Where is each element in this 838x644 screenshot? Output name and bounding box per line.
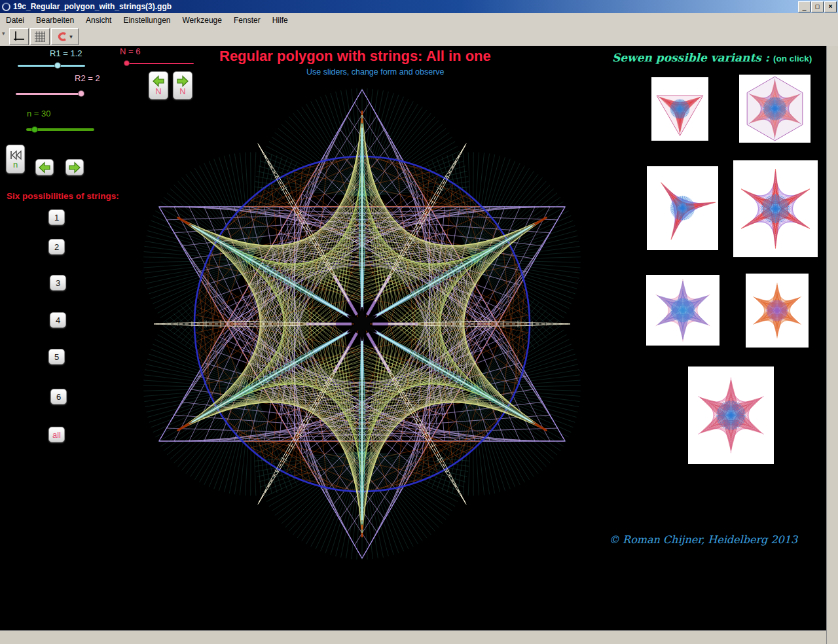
n-reset-label: n: [13, 160, 18, 169]
menu-bar: Datei Bearbeiten Ansicht Einstellungen W…: [0, 13, 838, 28]
slider-r1-thumb[interactable]: [54, 62, 61, 69]
string-button-all[interactable]: all: [48, 427, 65, 442]
variant-thumbnail-7[interactable]: [688, 367, 774, 464]
grid-icon: [34, 31, 46, 43]
big-n-prev-button[interactable]: N: [149, 71, 168, 99]
strings-panel-title: Six possibilities of strings:: [7, 191, 119, 201]
menu-datei[interactable]: Datei: [0, 14, 30, 26]
right-scrollbar[interactable]: [826, 46, 838, 644]
n-reset-button[interactable]: n: [6, 145, 25, 173]
big-n-prev-label: N: [155, 87, 161, 96]
color-tool-button[interactable]: ▾: [51, 28, 79, 45]
bottom-scrollbar[interactable]: [0, 630, 826, 644]
slider-n[interactable]: [26, 128, 94, 131]
page-subtitle: Use sliders, change form and observe: [306, 67, 445, 77]
slider-label-n: n = 30: [27, 109, 51, 118]
dropdown-arrow-icon[interactable]: ▾: [69, 33, 73, 40]
close-button[interactable]: ×: [824, 1, 837, 12]
app-icon: [2, 3, 10, 11]
slider-label-r2: R2 = 2: [75, 73, 100, 83]
arrow-right-icon: [68, 162, 81, 173]
window-title: 19c_Regular_polygon_with_strings(3).ggb: [13, 2, 172, 11]
menu-hilfe[interactable]: Hilfe: [266, 14, 294, 26]
slider-r1[interactable]: [18, 65, 85, 67]
title-bar: 19c_Regular_polygon_with_strings(3).ggb …: [0, 0, 838, 13]
grid-toggle-button[interactable]: [30, 28, 50, 45]
variant-thumbnail-5[interactable]: [646, 275, 720, 346]
slider-big-n[interactable]: [125, 63, 194, 64]
graphics-view[interactable]: R1 = 1.2 R2 = 2 n = 30 N = 6 N N: [0, 46, 826, 630]
slider-n-thumb[interactable]: [31, 126, 38, 133]
string-button-6[interactable]: 6: [50, 389, 67, 404]
variants-heading-note: (on click): [773, 54, 812, 63]
menu-werkzeuge[interactable]: Werkzeuge: [176, 14, 227, 26]
big-n-next-button[interactable]: N: [173, 71, 192, 99]
string-button-3[interactable]: 3: [50, 275, 66, 291]
variant-thumbnail-6[interactable]: [746, 274, 809, 348]
variant-thumbnail-4[interactable]: [733, 160, 818, 257]
slider-label-r1: R1 = 1.2: [50, 48, 82, 58]
minimize-button[interactable]: _: [798, 1, 811, 12]
magnet-icon: [56, 31, 68, 43]
axes-toggle-button[interactable]: [9, 28, 29, 45]
big-n-next-label: N: [179, 87, 185, 96]
slider-big-n-thumb[interactable]: [124, 60, 130, 66]
n-prev-button[interactable]: [35, 159, 54, 175]
variant-thumbnail-1[interactable]: [651, 77, 708, 141]
slider-r2[interactable]: [16, 93, 83, 95]
variants-heading: Sewen possible variants : (on click): [612, 51, 812, 64]
variant-thumbnail-2[interactable]: [739, 75, 811, 143]
maximize-button[interactable]: □: [811, 1, 824, 12]
arrow-left-icon: [38, 162, 51, 173]
string-button-5[interactable]: 5: [48, 349, 65, 365]
variant-thumbnail-3[interactable]: [647, 166, 718, 250]
slider-label-big-n: N = 6: [120, 46, 140, 56]
menu-fenster[interactable]: Fenster: [228, 14, 266, 26]
arrow-left-icon: [152, 75, 165, 87]
axes-icon: [13, 31, 25, 43]
menu-einstellungen[interactable]: Einstellungen: [117, 14, 176, 26]
page-title: Regular polygon with strings: All in one: [219, 48, 491, 65]
menu-ansicht[interactable]: Ansicht: [80, 14, 117, 26]
string-button-4[interactable]: 4: [50, 312, 66, 328]
string-button-2[interactable]: 2: [48, 239, 65, 255]
toolbar-collapse-icon[interactable]: ▾: [2, 30, 5, 37]
variants-heading-text: Sewen possible variants :: [612, 51, 773, 64]
n-next-button[interactable]: [65, 159, 84, 175]
credit-text: © Roman Chijner, Heidelberg 2013: [609, 533, 797, 546]
arrow-right-icon: [176, 75, 189, 87]
tool-bar: ▾ ▾: [0, 27, 838, 46]
slider-r2-thumb[interactable]: [78, 90, 84, 97]
string-button-1[interactable]: 1: [48, 209, 65, 225]
menu-bearbeiten[interactable]: Bearbeiten: [30, 14, 80, 26]
skip-to-start-icon: [9, 150, 22, 160]
